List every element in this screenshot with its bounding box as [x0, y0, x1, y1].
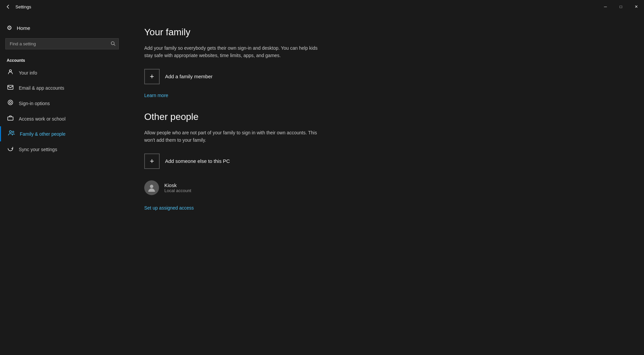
search-icon — [111, 41, 115, 47]
back-button[interactable] — [4, 3, 12, 11]
user-name: Kiosk — [164, 182, 191, 188]
briefcase-icon — [7, 115, 14, 122]
sidebar-item-email-app[interactable]: Email & app accounts — [0, 81, 124, 95]
learn-more-link[interactable]: Learn more — [144, 93, 168, 98]
sidebar-item-home[interactable]: ⚙ Home — [0, 20, 124, 36]
home-label: Home — [17, 25, 30, 31]
add-family-label: Add a family member — [165, 74, 213, 79]
svg-point-7 — [12, 131, 14, 133]
person-icon — [7, 69, 14, 77]
other-people-title: Other people — [144, 112, 624, 122]
search-container — [5, 38, 119, 49]
minimize-button[interactable]: ─ — [598, 0, 613, 13]
sidebar-item-email-label: Email & app accounts — [19, 85, 64, 91]
window-controls: ─ □ ✕ — [598, 0, 644, 13]
user-info: Kiosk Local account — [164, 182, 191, 193]
email-icon — [7, 85, 14, 91]
sidebar-item-sync-label: Sync your settings — [19, 147, 57, 152]
sidebar-item-work-school[interactable]: Access work or school — [0, 111, 124, 126]
sidebar-item-sync[interactable]: Sync your settings — [0, 141, 124, 157]
svg-point-3 — [8, 100, 13, 105]
sidebar-item-your-info[interactable]: Your info — [0, 65, 124, 81]
sidebar-item-signin[interactable]: Sign-in options — [0, 95, 124, 111]
accounts-section-label: Accounts — [0, 55, 124, 65]
add-family-member-button[interactable]: + Add a family member — [144, 69, 624, 84]
family-icon — [8, 130, 15, 137]
svg-rect-5 — [8, 117, 13, 120]
sidebar: ⚙ Home Accounts Your info — [0, 13, 124, 355]
kiosk-user-item[interactable]: Kiosk Local account — [144, 177, 624, 198]
svg-rect-2 — [8, 85, 13, 89]
titlebar: Settings ─ □ ✕ — [0, 0, 644, 13]
sidebar-item-work-label: Access work or school — [19, 116, 65, 122]
sidebar-item-family[interactable]: Family & other people — [0, 126, 124, 141]
add-someone-icon: + — [144, 153, 160, 169]
svg-point-6 — [9, 131, 11, 133]
svg-point-8 — [150, 185, 153, 188]
window-title: Settings — [15, 4, 31, 9]
sidebar-item-family-label: Family & other people — [20, 131, 65, 137]
sidebar-item-your-info-label: Your info — [19, 70, 37, 76]
svg-point-1 — [9, 70, 11, 72]
signin-icon — [7, 99, 14, 107]
main-container: ⚙ Home Accounts Your info — [0, 13, 644, 355]
avatar — [144, 180, 159, 195]
family-section-title: Your family — [144, 27, 624, 38]
family-desc: Add your family so everybody gets their … — [144, 44, 319, 59]
content-area: Your family Add your family so everybody… — [124, 13, 644, 355]
other-desc: Allow people who are not part of your fa… — [144, 129, 319, 144]
home-icon: ⚙ — [7, 24, 12, 32]
close-button[interactable]: ✕ — [629, 0, 644, 13]
other-people-section: Other people Allow people who are not pa… — [144, 112, 624, 211]
sidebar-item-signin-label: Sign-in options — [19, 101, 50, 106]
svg-point-4 — [9, 101, 11, 103]
search-input[interactable] — [5, 38, 119, 49]
user-type: Local account — [164, 188, 191, 193]
sync-icon — [7, 145, 14, 153]
maximize-button[interactable]: □ — [613, 0, 629, 13]
add-someone-button[interactable]: + Add someone else to this PC — [144, 153, 624, 169]
add-someone-label: Add someone else to this PC — [165, 158, 230, 164]
set-assigned-access-link[interactable]: Set up assigned access — [144, 205, 194, 211]
plus-icon: + — [144, 69, 160, 84]
